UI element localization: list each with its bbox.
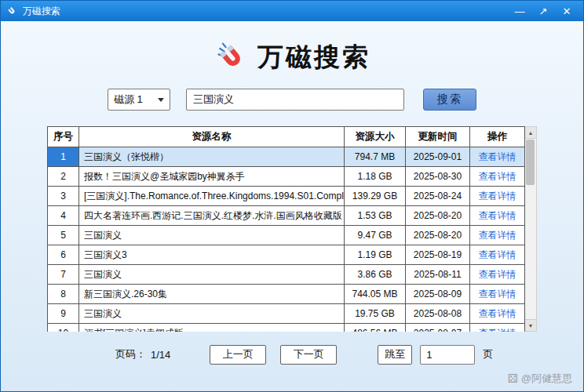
action-cell: 查看详情 xyxy=(470,187,525,206)
resource-size-cell: 9.47 GB xyxy=(345,226,406,245)
source-select-value: 磁源 1 xyxy=(114,93,143,107)
resource-name-cell: [三国演义].The.Romance.of.Three.Kingdoms.199… xyxy=(79,187,345,206)
view-detail-link[interactable]: 查看详情 xyxy=(479,191,516,201)
view-detail-link[interactable]: 查看详情 xyxy=(479,308,516,319)
scroll-up-icon[interactable]: ▲ xyxy=(525,127,536,139)
watermark-text: @阿健慧思 xyxy=(521,372,572,386)
page-suffix: 页 xyxy=(483,347,493,361)
row-index-cell: 3 xyxy=(48,187,79,206)
resource-size-cell: 1.53 GB xyxy=(345,206,406,226)
table-row[interactable]: 1三国演义（张悦楷）794.7 MB2025-09-01查看详情 xyxy=(48,147,525,167)
update-date-cell: 2025-08-20 xyxy=(406,226,470,245)
resource-name-cell: 三国演义3 xyxy=(79,245,345,265)
resource-name-cell: 四大名著连环画.西游记.三国演义.红楼梦.水浒.国画风格收藏版 xyxy=(79,206,345,226)
view-detail-link[interactable]: 查看详情 xyxy=(479,230,516,241)
resource-name-cell: 新三国演义.26-30集 xyxy=(79,285,345,304)
resource-name-cell: 三国演义 xyxy=(79,226,345,245)
search-input[interactable] xyxy=(186,89,404,111)
resource-name-cell: 报数！三国演义@圣城家园by神翼杀手 xyxy=(79,167,345,187)
row-index-cell: 8 xyxy=(48,285,79,304)
page-current: 1/14 xyxy=(151,349,170,361)
scrollbar-thumb[interactable] xyxy=(526,140,535,185)
action-cell: 查看详情 xyxy=(470,304,525,324)
resource-size-cell: 19.75 GB xyxy=(345,304,406,324)
dice-icon: ⚄ xyxy=(508,372,518,386)
row-index-cell: 5 xyxy=(48,226,79,245)
resource-name-cell: 评书[三国演义]袁阔成版 xyxy=(79,324,345,332)
magnet-icon xyxy=(214,40,248,74)
resource-name-cell: 三国演义 xyxy=(79,304,345,324)
chevron-down-icon xyxy=(158,98,164,102)
update-date-cell: 2025-08-08 xyxy=(406,304,470,324)
page-title: 万磁搜索 xyxy=(257,40,370,75)
resource-size-cell: 1.19 GB xyxy=(345,245,406,265)
table-row[interactable]: 2报数！三国演义@圣城家园by神翼杀手1.18 GB2025-08-30查看详情 xyxy=(48,167,525,187)
results-table-viewport: 序号 资源名称 资源大小 更新时间 操作 1三国演义（张悦楷）794.7 MB2… xyxy=(47,126,525,332)
table-row[interactable]: 9三国演义19.75 GB2025-08-08查看详情 xyxy=(48,304,525,324)
minimize-button[interactable]: — xyxy=(508,2,531,20)
table-row[interactable]: 5三国演义9.47 GB2025-08-20查看详情 xyxy=(48,226,525,245)
close-button[interactable]: ✕ xyxy=(555,2,579,20)
table-row[interactable]: 6三国演义31.19 GB2025-08-19查看详情 xyxy=(48,245,525,265)
jump-page-input[interactable] xyxy=(420,345,475,365)
header-size: 资源大小 xyxy=(345,127,406,147)
jump-button[interactable]: 跳至 xyxy=(378,345,412,365)
page-label: 页码： xyxy=(115,347,146,361)
action-cell: 查看详情 xyxy=(470,245,525,265)
resource-size-cell: 1.18 GB xyxy=(345,167,406,187)
view-detail-link[interactable]: 查看详情 xyxy=(479,289,516,299)
search-bar: 磁源 1 搜索 xyxy=(1,89,583,111)
header-name: 资源名称 xyxy=(79,127,345,147)
row-index-cell: 9 xyxy=(48,304,79,324)
table-row[interactable]: 10评书[三国演义]袁阔成版486.56 MB2025-08-07查看详情 xyxy=(48,324,525,332)
view-detail-link[interactable]: 查看详情 xyxy=(479,328,516,332)
results-table: 序号 资源名称 资源大小 更新时间 操作 1三国演义（张悦楷）794.7 MB2… xyxy=(47,126,525,332)
app-icon xyxy=(5,5,18,17)
header-date: 更新时间 xyxy=(406,127,470,147)
row-index-cell: 6 xyxy=(48,245,79,265)
logo-row: 万磁搜索 xyxy=(1,38,583,76)
table-scrollbar[interactable]: ▲ ▼ xyxy=(525,126,537,332)
search-button[interactable]: 搜索 xyxy=(423,89,476,111)
update-date-cell: 2025-08-19 xyxy=(406,245,470,265)
window-title: 万磁搜索 xyxy=(23,5,503,18)
resource-size-cell: 3.86 GB xyxy=(345,265,406,285)
action-cell: 查看详情 xyxy=(470,167,525,187)
resource-size-cell: 139.29 GB xyxy=(345,187,406,206)
results-area: 序号 资源名称 资源大小 更新时间 操作 1三国演义（张悦楷）794.7 MB2… xyxy=(1,126,583,332)
app-window: 万磁搜索 — ↗ ✕ 万磁搜索 磁源 1 搜索 xyxy=(0,0,584,392)
update-date-cell: 2025-08-11 xyxy=(406,265,470,285)
resource-name-cell: 三国演义（张悦楷） xyxy=(79,147,345,167)
row-index-cell: 10 xyxy=(48,324,79,332)
scroll-down-icon[interactable]: ▼ xyxy=(525,319,536,331)
prev-page-button[interactable]: 上一页 xyxy=(210,345,266,365)
table-row[interactable]: 3[三国演义].The.Romance.of.Three.Kingdoms.19… xyxy=(48,187,525,206)
resource-size-cell: 794.7 MB xyxy=(345,147,406,167)
row-index-cell: 4 xyxy=(48,206,79,226)
view-detail-link[interactable]: 查看详情 xyxy=(479,269,516,280)
view-detail-link[interactable]: 查看详情 xyxy=(479,249,516,260)
update-date-cell: 2025-08-07 xyxy=(406,324,470,332)
view-detail-link[interactable]: 查看详情 xyxy=(479,171,516,182)
table-row[interactable]: 4四大名著连环画.西游记.三国演义.红楼梦.水浒.国画风格收藏版1.53 GB2… xyxy=(48,206,525,226)
update-date-cell: 2025-08-30 xyxy=(406,167,470,187)
table-row[interactable]: 7三国演义3.86 GB2025-08-11查看详情 xyxy=(48,265,525,285)
table-row[interactable]: 8新三国演义.26-30集744.05 MB2025-08-09查看详情 xyxy=(48,285,525,304)
row-index-cell: 2 xyxy=(48,167,79,187)
row-index-cell: 1 xyxy=(48,147,79,167)
titlebar: 万磁搜索 — ↗ ✕ xyxy=(1,1,583,21)
view-detail-link[interactable]: 查看详情 xyxy=(479,151,516,162)
update-date-cell: 2025-08-24 xyxy=(406,187,470,206)
header-action: 操作 xyxy=(470,127,525,147)
table-header-row: 序号 资源名称 资源大小 更新时间 操作 xyxy=(48,127,525,147)
action-cell: 查看详情 xyxy=(470,324,525,332)
watermark: ⚄ @阿健慧思 xyxy=(508,372,572,386)
resource-size-cell: 486.56 MB xyxy=(345,324,406,332)
next-page-button[interactable]: 下一页 xyxy=(280,345,337,365)
source-select[interactable]: 磁源 1 xyxy=(108,89,170,111)
view-detail-link[interactable]: 查看详情 xyxy=(479,210,516,221)
maximize-button[interactable]: ↗ xyxy=(531,2,555,20)
action-cell: 查看详情 xyxy=(470,147,525,167)
update-date-cell: 2025-08-09 xyxy=(406,285,470,304)
window-controls: — ↗ ✕ xyxy=(508,2,579,20)
